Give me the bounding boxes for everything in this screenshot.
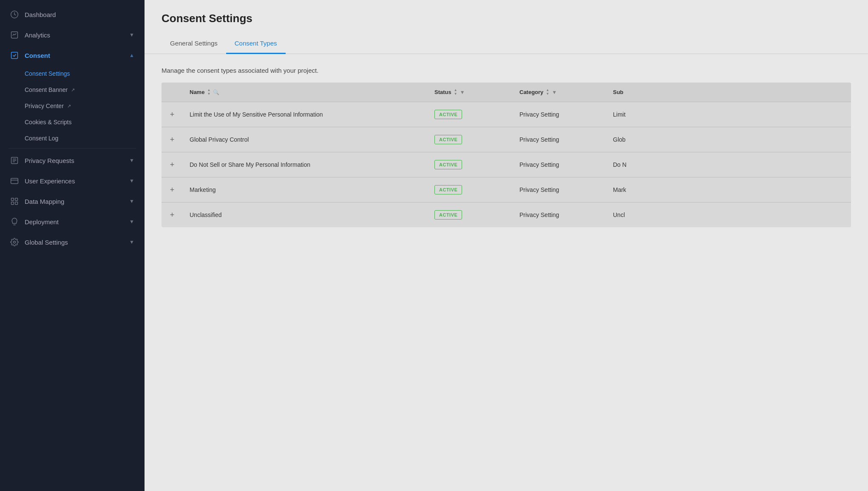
page-header: Consent Settings [145,0,868,34]
sub-item-label: Consent Settings [25,70,70,77]
category-filter-icon[interactable]: ▼ [552,89,557,95]
row-sub: Uncl [606,203,851,227]
row-status: ACTIVE [428,203,513,227]
svg-rect-7 [11,178,18,184]
sidebar-item-global-settings[interactable]: Global Settings ▼ [0,232,145,252]
tabs-container: General Settings Consent Types [145,34,868,54]
status-badge: ACTIVE [434,110,462,119]
global-settings-icon [10,238,19,246]
row-sub: Mark [606,177,851,202]
status-sort-icon[interactable]: ▲ ▼ [454,88,457,96]
svg-point-14 [14,241,16,243]
row-status: ACTIVE [428,127,513,152]
row-status: ACTIVE [428,102,513,127]
th-sub: Sub [606,83,851,102]
row-expand-btn[interactable]: + [162,127,183,152]
status-badge: ACTIVE [434,185,462,194]
sidebar-item-label: Deployment [25,218,59,226]
consent-chevron: ▲ [129,52,134,58]
row-expand-btn[interactable]: + [162,152,183,177]
sidebar-item-privacy-requests[interactable]: Privacy Requests ▼ [0,150,145,171]
privacy-requests-icon [10,156,19,165]
tab-general-settings[interactable]: General Settings [162,34,226,54]
external-link-icon: ↗ [71,87,75,93]
svg-rect-2 [11,52,18,59]
privacy-requests-chevron: ▼ [129,157,134,163]
row-name: Marketing [183,177,428,202]
svg-rect-9 [11,198,14,201]
sidebar-item-dashboard[interactable]: Dashboard [0,4,145,25]
sidebar-item-label: Dashboard [25,11,56,18]
status-filter-icon[interactable]: ▼ [460,89,465,95]
row-category: Privacy Setting [513,152,606,177]
name-sort-icon[interactable]: ▲ ▼ [207,88,210,96]
sidebar-item-deployment[interactable]: Deployment ▼ [0,211,145,232]
sidebar-item-consent[interactable]: Consent ▲ [0,45,145,66]
sidebar-item-label: Data Mapping [25,198,64,205]
consent-submenu: Consent Settings Consent Banner ↗ Privac… [0,66,145,146]
name-search-icon[interactable]: 🔍 [213,89,219,95]
sidebar-sub-privacy-center[interactable]: Privacy Center ↗ [25,98,145,114]
row-category: Privacy Setting [513,127,606,152]
sidebar-item-analytics[interactable]: Analytics ▼ [0,25,145,45]
sidebar-item-label: Consent [25,52,50,59]
sub-item-label: Consent Banner [25,86,68,93]
user-experiences-chevron: ▼ [129,178,134,184]
th-category[interactable]: Category ▲ ▼ ▼ [513,83,606,102]
row-expand-btn[interactable]: + [162,177,183,202]
table-header: Name ▲ ▼ 🔍 Status ▲ ▼ ▼ Categor [162,83,851,102]
global-settings-chevron: ▼ [129,239,134,245]
sidebar-sub-cookies-scripts[interactable]: Cookies & Scripts [25,114,145,130]
row-name: Do Not Sell or Share My Personal Informa… [183,152,428,177]
sidebar-item-user-experiences[interactable]: User Experiences ▼ [0,171,145,191]
th-expand [162,83,183,102]
sidebar-sub-consent-settings[interactable]: Consent Settings [25,66,145,82]
content-description: Manage the consent types associated with… [162,67,851,74]
sub-item-label: Privacy Center [25,103,64,109]
status-badge: ACTIVE [434,160,462,169]
row-name: Limit the Use of My Sensitive Personal I… [183,102,428,127]
analytics-chevron: ▼ [129,32,134,38]
row-name: Unclassified [183,203,428,227]
external-link-icon: ↗ [67,103,71,109]
sidebar-item-label: User Experiences [25,177,75,185]
row-status: ACTIVE [428,177,513,202]
sidebar-item-label: Global Settings [25,239,68,246]
row-sub: Glob [606,127,851,152]
sub-item-label: Consent Log [25,135,58,142]
tab-consent-types[interactable]: Consent Types [226,34,286,54]
row-name: Global Privacy Control [183,127,428,152]
user-experiences-icon [10,177,19,185]
row-expand-btn[interactable]: + [162,102,183,127]
consent-types-table: Name ▲ ▼ 🔍 Status ▲ ▼ ▼ Categor [162,83,851,227]
th-status[interactable]: Status ▲ ▼ ▼ [428,83,513,102]
deployment-icon [10,217,19,226]
row-category: Privacy Setting [513,102,606,127]
sidebar: Dashboard Analytics ▼ Consent ▲ Consent … [0,0,145,491]
main-content: Consent Settings General Settings Consen… [145,0,868,491]
svg-rect-12 [15,202,18,205]
table-row: + Limit the Use of My Sensitive Personal… [162,102,851,127]
th-name[interactable]: Name ▲ ▼ 🔍 [183,83,428,102]
page-title: Consent Settings [162,12,851,25]
table-row: + Global Privacy Control ACTIVE Privacy … [162,127,851,152]
table-row: + Marketing ACTIVE Privacy Setting Mark [162,177,851,203]
table-row: + Do Not Sell or Share My Personal Infor… [162,152,851,177]
sidebar-item-label: Analytics [25,31,50,39]
row-expand-btn[interactable]: + [162,203,183,227]
sidebar-sub-consent-log[interactable]: Consent Log [25,130,145,146]
sidebar-item-label: Privacy Requests [25,157,74,164]
data-mapping-chevron: ▼ [129,198,134,204]
sidebar-item-data-mapping[interactable]: Data Mapping ▼ [0,191,145,211]
row-status: ACTIVE [428,152,513,177]
category-sort-icon[interactable]: ▲ ▼ [546,88,549,96]
sidebar-sub-consent-banner[interactable]: Consent Banner ↗ [25,82,145,98]
status-badge: ACTIVE [434,210,462,220]
tab-content: Manage the consent types associated with… [145,54,868,240]
table-row: + Unclassified ACTIVE Privacy Setting Un… [162,203,851,227]
row-category: Privacy Setting [513,203,606,227]
sub-item-label: Cookies & Scripts [25,119,71,126]
sidebar-divider [9,148,136,148]
analytics-icon [10,31,19,39]
status-badge: ACTIVE [434,135,462,144]
